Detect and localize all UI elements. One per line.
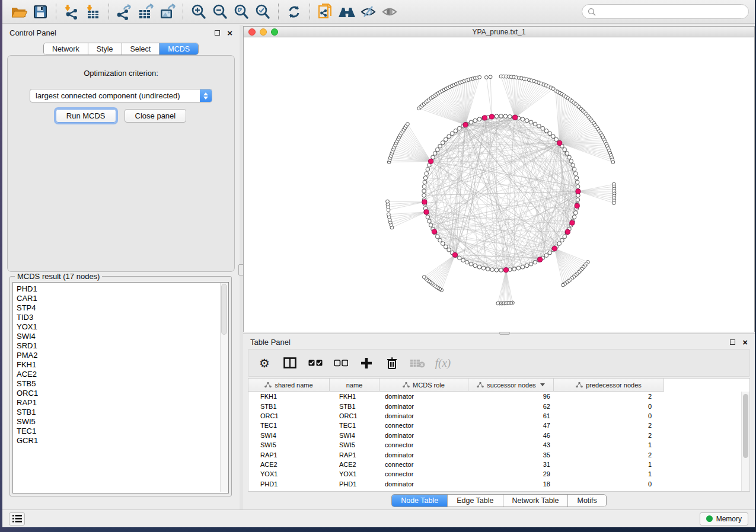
add-column-button[interactable] bbox=[359, 355, 374, 371]
column-header-name[interactable]: name bbox=[330, 379, 379, 392]
zoom-out-button[interactable] bbox=[209, 2, 231, 21]
zoom-selected-button[interactable] bbox=[252, 2, 273, 21]
mcds-result-item[interactable]: SWI5 bbox=[17, 417, 228, 427]
mcds-result-item[interactable]: STB5 bbox=[17, 379, 228, 389]
sort-descending-icon bbox=[540, 383, 545, 386]
tab-mcds[interactable]: MCDS bbox=[160, 43, 198, 55]
function-builder-button[interactable]: f(x) bbox=[435, 355, 451, 371]
mcds-result-item[interactable]: TID3 bbox=[17, 313, 228, 322]
mcds-list-scrollbar[interactable] bbox=[220, 283, 228, 492]
import-table-button[interactable] bbox=[82, 2, 104, 21]
mcds-result-item[interactable]: STB1 bbox=[17, 408, 228, 417]
task-history-button[interactable] bbox=[9, 512, 25, 525]
column-header-successor-nodes[interactable]: successor nodes bbox=[468, 379, 554, 392]
tab-edge-table[interactable]: Edge Table bbox=[448, 495, 503, 507]
zoom-fit-button[interactable] bbox=[231, 2, 252, 21]
float-window-icon[interactable] bbox=[215, 30, 220, 36]
tab-motifs[interactable]: Motifs bbox=[568, 495, 605, 507]
table-cell: ORC1 bbox=[330, 412, 379, 419]
mcds-result-item[interactable]: SRD1 bbox=[17, 341, 228, 351]
network-window-titlebar[interactable]: YPA_prune.txt_1 bbox=[244, 27, 754, 37]
mcds-result-item[interactable]: TEC1 bbox=[17, 427, 228, 436]
mcds-result-item[interactable]: PMA2 bbox=[17, 351, 228, 360]
delete-column-button[interactable] bbox=[384, 355, 400, 371]
column-header-predecessor-nodes[interactable]: predecessor nodes bbox=[554, 379, 664, 392]
mcds-list-scroll-thumb[interactable] bbox=[221, 284, 227, 335]
tab-node-table[interactable]: Node Table bbox=[392, 495, 448, 507]
table-cell: 96 bbox=[468, 393, 554, 400]
horizontal-splitter-handle[interactable] bbox=[499, 332, 510, 335]
hide-selected-button[interactable] bbox=[358, 2, 379, 21]
table-row[interactable]: TEC1TEC1connector472 bbox=[248, 421, 741, 430]
table-row[interactable]: ACE2ACE2connector311 bbox=[248, 460, 741, 469]
table-row[interactable]: ORC1ORC1dominator610 bbox=[248, 411, 741, 421]
export-image-button[interactable] bbox=[157, 2, 178, 21]
table-cell: 0 bbox=[554, 412, 664, 419]
table-row[interactable]: STB1STB1dominator620 bbox=[248, 401, 741, 411]
tab-network-table[interactable]: Network Table bbox=[503, 495, 569, 507]
tab-network[interactable]: Network bbox=[44, 43, 88, 55]
save-session-button[interactable] bbox=[30, 2, 51, 21]
close-panel-icon[interactable]: × bbox=[227, 28, 232, 37]
mcds-result-item[interactable]: PHD1 bbox=[17, 284, 228, 294]
plus-icon bbox=[361, 357, 372, 369]
mcds-result-item[interactable]: GCR1 bbox=[17, 436, 228, 446]
table-settings-button[interactable]: ⚙ bbox=[257, 355, 272, 371]
zoom-in-button[interactable] bbox=[188, 2, 209, 21]
delete-table-button[interactable] bbox=[410, 355, 425, 371]
close-panel-icon[interactable]: × bbox=[742, 338, 748, 347]
memory-button[interactable]: Memory bbox=[700, 512, 748, 525]
checked-boxes-icon bbox=[308, 360, 323, 367]
table-cell: 0 bbox=[554, 480, 664, 488]
table-scrollbar[interactable] bbox=[741, 392, 749, 491]
tab-select[interactable]: Select bbox=[122, 43, 160, 55]
column-type-icon bbox=[576, 382, 583, 388]
refresh-view-button[interactable] bbox=[283, 2, 305, 21]
eye-icon bbox=[381, 4, 398, 20]
mcds-result-item[interactable]: ACE2 bbox=[17, 370, 228, 379]
table-cell: SWI4 bbox=[248, 432, 330, 439]
table-row[interactable]: FKH1FKH1dominator962 bbox=[248, 392, 741, 401]
mcds-result-item[interactable]: STP4 bbox=[17, 303, 228, 313]
table-row[interactable]: SWI5SWI5connector431 bbox=[248, 440, 741, 450]
column-header-mcds-role[interactable]: MCDS role bbox=[379, 379, 468, 392]
float-window-icon[interactable] bbox=[730, 339, 735, 345]
network-canvas[interactable] bbox=[244, 37, 754, 332]
new-network-from-selection-button[interactable] bbox=[315, 2, 336, 21]
import-network-button[interactable] bbox=[61, 2, 82, 21]
search-input[interactable] bbox=[599, 8, 743, 16]
control-panel-tabs: Network Style Select MCDS bbox=[2, 43, 240, 55]
export-table-button[interactable] bbox=[135, 2, 157, 21]
export-network-button[interactable] bbox=[114, 2, 135, 21]
binoculars-icon bbox=[337, 4, 356, 20]
mcds-result-list[interactable]: PHD1CAR1STP4TID3YOX1SWI4SRD1PMA2FKH1ACE2… bbox=[12, 282, 229, 493]
table-row[interactable]: RAP1RAP1dominator352 bbox=[248, 450, 741, 459]
close-panel-button[interactable]: Close panel bbox=[125, 109, 187, 123]
mcds-result-item[interactable]: CAR1 bbox=[17, 294, 228, 303]
export-image-icon bbox=[158, 4, 176, 20]
export-table-icon bbox=[137, 4, 155, 20]
tab-style[interactable]: Style bbox=[88, 43, 122, 55]
column-header-shared-name[interactable]: shared name bbox=[248, 379, 330, 392]
column-type-icon bbox=[403, 382, 410, 388]
toolbar-separator bbox=[109, 4, 109, 20]
network-document-icon bbox=[317, 3, 334, 21]
table-row[interactable]: SWI4SWI4dominator462 bbox=[248, 431, 741, 440]
deselect-all-button[interactable] bbox=[333, 355, 349, 371]
run-mcds-button[interactable]: Run MCDS bbox=[56, 109, 116, 123]
mcds-result-item[interactable]: RAP1 bbox=[17, 398, 228, 408]
mcds-result-item[interactable]: YOX1 bbox=[17, 322, 228, 332]
save-floppy-icon bbox=[33, 4, 48, 20]
binoculars-button[interactable] bbox=[336, 2, 358, 21]
show-columns-button[interactable] bbox=[282, 355, 298, 371]
table-scroll-thumb[interactable] bbox=[743, 394, 748, 458]
select-all-button[interactable] bbox=[308, 355, 323, 371]
open-session-button[interactable] bbox=[8, 2, 30, 21]
table-row[interactable]: PHD1PHD1dominator180 bbox=[248, 479, 741, 489]
mcds-result-item[interactable]: ORC1 bbox=[17, 389, 228, 398]
show-all-button[interactable] bbox=[379, 2, 400, 21]
criterion-dropdown[interactable]: largest connected component (undirected) bbox=[30, 89, 212, 102]
table-row[interactable]: YOX1YOX1connector291 bbox=[248, 469, 741, 479]
mcds-result-item[interactable]: SWI4 bbox=[17, 332, 228, 341]
mcds-result-item[interactable]: FKH1 bbox=[17, 360, 228, 370]
